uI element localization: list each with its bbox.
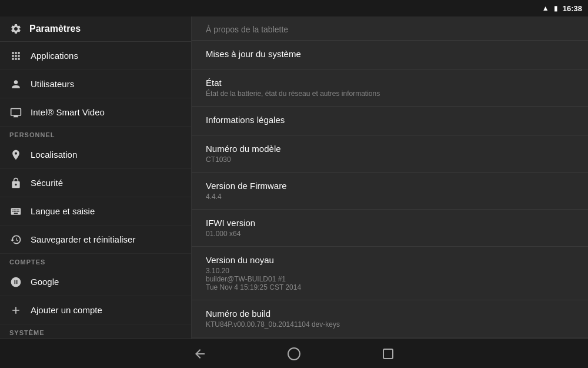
google-icon: [9, 276, 22, 289]
content-item-title: Informations légales: [206, 115, 574, 125]
section-personnel-items: Localisation Sécurité Langue et saisie: [0, 141, 191, 254]
content-item-title: IFWI version: [206, 218, 574, 228]
content-item-subtitle: KTU84P.v00.00.78_0b.20141104 dev-keys: [206, 320, 574, 329]
restore-icon: [9, 233, 22, 246]
applications-icon: [9, 49, 22, 62]
wifi-icon: ▲: [542, 4, 549, 12]
content-item-numero-build[interactable]: Numéro de build KTU84P.v00.00.78_0b.2014…: [192, 300, 588, 337]
sidebar-item-localisation[interactable]: Localisation: [0, 141, 191, 169]
sidebar: Paramètres Applications Ut: [0, 16, 192, 339]
content-item-title: Mises à jour du système: [206, 49, 574, 59]
content-item-informations-legales[interactable]: Informations légales: [192, 107, 588, 135]
sidebar-item-label: Utilisateurs: [31, 79, 74, 89]
sidebar-item-ajouter-compte[interactable]: Ajouter un compte: [0, 296, 191, 324]
nav-bar: [0, 339, 588, 368]
add-icon: [9, 304, 22, 317]
content-item-title: Numéro du modèle: [206, 144, 574, 154]
content-area: À propos de la tablette Mises à jour du …: [192, 16, 588, 339]
recents-button[interactable]: [376, 342, 400, 366]
settings-icon: [9, 22, 22, 35]
sidebar-item-utilisateurs[interactable]: Utilisateurs: [0, 70, 191, 98]
battery-icon: ▮: [554, 4, 558, 12]
sidebar-title: Paramètres: [29, 24, 81, 34]
content-item-subtitle: État de la batterie, état du réseau et a…: [206, 89, 574, 98]
content-item-etat[interactable]: État État de la batterie, état du réseau…: [192, 69, 588, 107]
sidebar-item-google[interactable]: Google: [0, 268, 191, 296]
sidebar-item-label: Sécurité: [31, 178, 63, 188]
sidebar-item-label: Langue et saisie: [31, 206, 95, 216]
content-item-mises-a-jour[interactable]: Mises à jour du système: [192, 41, 588, 69]
section-label-comptes: COMPTES: [0, 254, 191, 268]
section-label-systeme: SYSTÈME: [0, 324, 191, 339]
section-comptes-items: Google Ajouter un compte: [0, 268, 191, 324]
content-item-version-firmware[interactable]: Version de Firmware 4.4.4: [192, 173, 588, 210]
intel-icon: [9, 106, 22, 119]
content-section-title: À propos de la tablette: [192, 16, 588, 41]
content-item-numero-modele[interactable]: Numéro du modèle CT1030: [192, 135, 588, 173]
content-item-subtitle: CT1030: [206, 155, 574, 164]
back-button[interactable]: [188, 342, 212, 366]
utilisateurs-icon: [9, 78, 22, 91]
sidebar-item-label: Google: [31, 277, 59, 287]
location-icon: [9, 148, 22, 161]
svg-rect-1: [383, 349, 393, 359]
content-item-title: Numéro de build: [206, 309, 574, 319]
content-item-subtitle: 01.000 x64: [206, 230, 574, 238]
sidebar-item-label: Intel® Smart Video: [31, 107, 105, 117]
sidebar-item-intel-smart-video[interactable]: Intel® Smart Video: [0, 98, 191, 127]
sidebar-header: Paramètres: [0, 16, 191, 42]
sidebar-item-label: Sauvegarder et réinitialiser: [31, 234, 135, 244]
sidebar-item-sauvegarder[interactable]: Sauvegarder et réinitialiser: [0, 226, 191, 254]
content-item-title: Version du noyau: [206, 255, 574, 265]
content-item-version-noyau[interactable]: Version du noyau 3.10.20 builder@TW-BUIL…: [192, 247, 588, 300]
sidebar-item-label: Localisation: [31, 150, 77, 160]
sidebar-item-label: Ajouter un compte: [31, 305, 102, 315]
status-bar: ▲ ▮ 16:38: [0, 0, 588, 16]
sidebar-item-securite[interactable]: Sécurité: [0, 169, 191, 197]
content-item-subtitle: 3.10.20 builder@TW-BUILD01 #1 Tue Nov 4 …: [206, 267, 574, 291]
content-item-title: Version de Firmware: [206, 181, 574, 191]
status-time: 16:38: [563, 4, 582, 13]
home-button[interactable]: [282, 342, 306, 366]
main-container: Paramètres Applications Ut: [0, 16, 588, 339]
content-item-ifwi-version[interactable]: IFWI version 01.000 x64: [192, 210, 588, 247]
svg-point-0: [288, 348, 300, 360]
section-label-personnel: PERSONNEL: [0, 127, 191, 141]
lock-icon: [9, 177, 22, 190]
content-item-subtitle: 4.4.4: [206, 193, 574, 201]
sidebar-item-langue-saisie[interactable]: Langue et saisie: [0, 197, 191, 226]
keyboard-icon: [9, 205, 22, 218]
sidebar-item-applications[interactable]: Applications: [0, 42, 191, 70]
content-item-title: État: [206, 78, 574, 88]
sidebar-item-label: Applications: [31, 51, 78, 61]
sidebar-top-items: Applications Utilisateurs Intel® S: [0, 42, 191, 127]
